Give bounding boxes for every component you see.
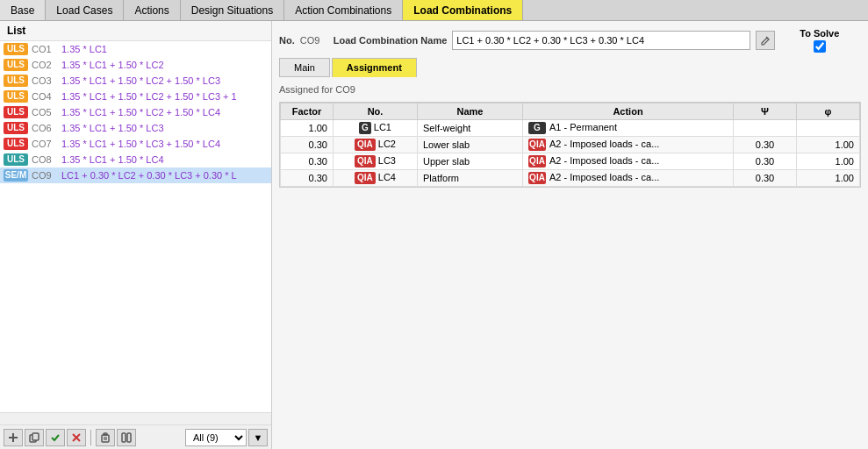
to-solve-label: To Solve xyxy=(800,28,839,39)
table-row[interactable]: 0.30 QIALC2 Lower slab QIAA2 - Imposed l… xyxy=(281,137,860,153)
cell-action: QIAA2 - Imposed loads - ca... xyxy=(523,153,734,170)
add-button[interactable] xyxy=(4,429,23,446)
horizontal-scrollbar[interactable] xyxy=(0,412,271,424)
header-psi: Ψ xyxy=(734,103,797,120)
list-badge: ULS xyxy=(4,153,28,166)
cell-no: QIALC4 xyxy=(334,170,418,187)
list-item[interactable]: ULSCO51.35 * LC1 + 1.50 * LC2 + 1.50 * L… xyxy=(0,104,271,120)
top-row: No. CO9 Load Combination Name To Solve xyxy=(279,28,861,53)
list-item-id: CO6 xyxy=(32,123,58,133)
cell-phi xyxy=(797,120,860,137)
list-items[interactable]: ULSCO11.35 * LC1ULSCO21.35 * LC1 + 1.50 … xyxy=(0,41,271,412)
list-badge: ULS xyxy=(4,59,28,71)
list-item-formula: 1.35 * LC1 + 1.50 * LC3 xyxy=(61,123,164,133)
cell-phi: 1.00 xyxy=(797,153,860,170)
list-item[interactable]: ULSCO41.35 * LC1 + 1.50 * LC2 + 1.50 * L… xyxy=(0,89,271,104)
list-item-formula: 1.35 * LC1 xyxy=(61,44,107,54)
header-name: Name xyxy=(418,103,523,120)
separator xyxy=(90,430,91,445)
table-row[interactable]: 0.30 QIALC3 Upper slab QIAA2 - Imposed l… xyxy=(281,153,860,170)
cell-psi: 0.30 xyxy=(734,170,797,187)
list-item-id: CO1 xyxy=(32,44,58,54)
list-item-id: CO4 xyxy=(32,91,58,102)
left-panel: List ULSCO11.35 * LC1ULSCO21.35 * LC1 + … xyxy=(0,21,272,449)
list-item-id: CO8 xyxy=(32,154,58,165)
delete-button[interactable] xyxy=(96,429,115,446)
cell-name: Platform xyxy=(418,170,523,187)
list-badge: ULS xyxy=(4,75,28,87)
svg-rect-7 xyxy=(104,433,107,435)
svg-rect-10 xyxy=(122,433,126,442)
to-solve-checkbox[interactable] xyxy=(814,40,826,53)
to-solve-section: To Solve xyxy=(800,28,839,53)
list-item[interactable]: ULSCO11.35 * LC1 xyxy=(0,41,271,57)
cell-psi: 0.30 xyxy=(734,137,797,153)
list-badge: ULS xyxy=(4,90,28,103)
list-item[interactable]: ULSCO81.35 * LC1 + 1.50 * LC4 xyxy=(0,152,271,167)
cell-phi: 1.00 xyxy=(797,137,860,153)
list-item-formula: 1.35 * LC1 + 1.50 * LC2 + 1.50 * LC3 + 1 xyxy=(61,91,237,102)
list-item-formula: 1.35 * LC1 + 1.50 * LC3 + 1.50 * LC4 xyxy=(61,139,220,149)
header-no: No. xyxy=(334,103,418,120)
list-item[interactable]: ULSCO31.35 * LC1 + 1.50 * LC2 + 1.50 * L… xyxy=(0,73,271,89)
tab-actions[interactable]: Actions xyxy=(124,0,180,20)
list-item[interactable]: ULSCO61.35 * LC1 + 1.50 * LC3 xyxy=(0,120,271,136)
tab-base[interactable]: Base xyxy=(0,0,46,20)
tab-main[interactable]: Main xyxy=(279,58,330,77)
dropdown-button[interactable]: ▼ xyxy=(248,429,268,446)
list-item-id: CO3 xyxy=(32,75,58,86)
split-button[interactable] xyxy=(117,429,136,446)
cross-button[interactable] xyxy=(67,429,86,446)
table-row[interactable]: 0.30 QIALC4 Platform QIAA2 - Imposed loa… xyxy=(281,170,860,187)
table-header-row: Factor No. Name Action Ψ φ xyxy=(281,103,860,120)
assignment-table: Factor No. Name Action Ψ φ 1.00 GLC1 Sel… xyxy=(280,103,860,187)
cell-psi: 0.30 xyxy=(734,153,797,170)
cell-psi xyxy=(734,120,797,137)
list-badge: ULS xyxy=(4,122,28,134)
cell-no: QIALC2 xyxy=(334,137,418,153)
cell-name: Lower slab xyxy=(418,137,523,153)
list-item-id: CO5 xyxy=(32,107,58,118)
table-row[interactable]: 1.00 GLC1 Self-weight GA1 - Permanent xyxy=(281,120,860,137)
svg-rect-1 xyxy=(9,437,18,438)
cell-action: QIAA2 - Imposed loads - ca... xyxy=(523,170,734,187)
combo-name-input[interactable] xyxy=(452,31,750,50)
header-action: Action xyxy=(523,103,734,120)
tab-assignment[interactable]: Assignment xyxy=(332,58,417,77)
cell-factor: 0.30 xyxy=(281,137,334,153)
cell-action: QIAA2 - Imposed loads - ca... xyxy=(523,137,734,153)
cell-action: GA1 - Permanent xyxy=(523,120,734,137)
header-factor: Factor xyxy=(281,103,334,120)
table-container[interactable]: Factor No. Name Action Ψ φ 1.00 GLC1 Sel… xyxy=(279,102,861,188)
tab-load-cases[interactable]: Load Cases xyxy=(46,0,124,20)
tab-load-combinations[interactable]: Load Combinations xyxy=(403,0,523,20)
list-badge: ULS xyxy=(4,138,28,150)
no-value: CO9 xyxy=(300,35,326,46)
copy-button[interactable] xyxy=(25,429,44,446)
no-group: No. CO9 xyxy=(279,35,326,46)
header-phi: φ xyxy=(797,103,860,120)
list-badge: ULS xyxy=(4,106,28,118)
edit-button[interactable] xyxy=(756,31,775,50)
cell-phi: 1.00 xyxy=(797,170,860,187)
bottom-toolbar: All (9) ▼ xyxy=(0,424,271,449)
list-badge: ULS xyxy=(4,43,28,55)
list-item[interactable]: ULSCO21.35 * LC1 + 1.50 * LC2 xyxy=(0,57,271,73)
check-button[interactable] xyxy=(46,429,65,446)
list-item-id: CO7 xyxy=(32,139,58,149)
all-dropdown[interactable]: All (9) xyxy=(185,429,247,446)
tab-design-situations[interactable]: Design Situations xyxy=(181,0,284,20)
assigned-label: Assigned for CO9 xyxy=(279,82,861,96)
list-badge: SE/M xyxy=(4,169,28,182)
cell-factor: 1.00 xyxy=(281,120,334,137)
cell-name: Upper slab xyxy=(418,153,523,170)
cell-factor: 0.30 xyxy=(281,153,334,170)
name-group: Load Combination Name xyxy=(334,31,776,50)
cell-no: GLC1 xyxy=(334,120,418,137)
list-item-formula: LC1 + 0.30 * LC2 + 0.30 * LC3 + 0.30 * L xyxy=(61,170,237,181)
right-panel: No. CO9 Load Combination Name To Solve M… xyxy=(272,21,868,449)
tab-action-combinations[interactable]: Action Combinations xyxy=(284,0,403,20)
tab-bar: Base Load Cases Actions Design Situation… xyxy=(0,0,868,21)
list-item[interactable]: ULSCO71.35 * LC1 + 1.50 * LC3 + 1.50 * L… xyxy=(0,136,271,152)
list-item[interactable]: SE/MCO9LC1 + 0.30 * LC2 + 0.30 * LC3 + 0… xyxy=(0,167,271,183)
